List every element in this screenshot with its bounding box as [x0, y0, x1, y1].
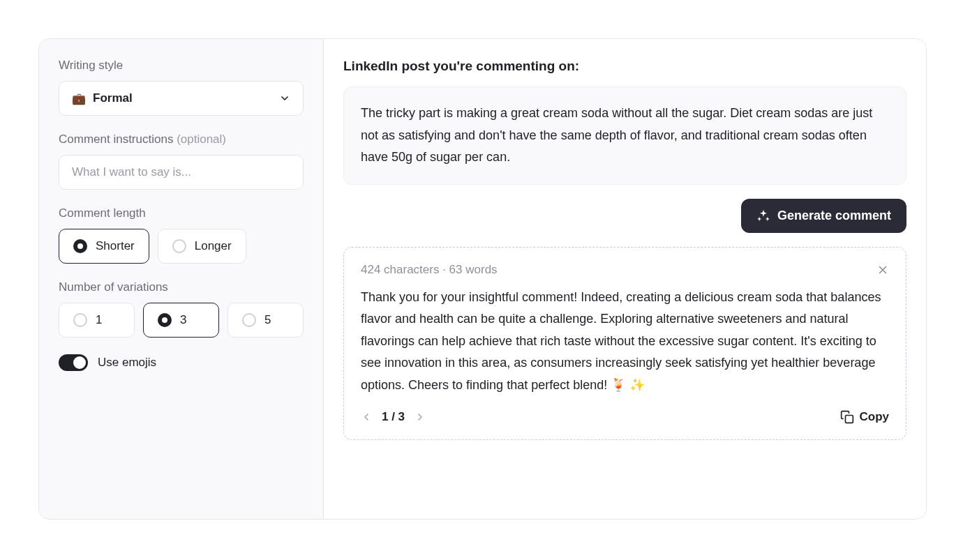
- radio-icon: [73, 239, 87, 253]
- chevron-right-icon: [415, 411, 426, 423]
- chevron-down-icon: [279, 93, 290, 104]
- emojis-toggle[interactable]: [59, 354, 88, 371]
- close-icon: [876, 264, 889, 276]
- copy-label: Copy: [860, 410, 890, 424]
- instructions-optional-text: (optional): [177, 133, 226, 146]
- variations-5-option[interactable]: 5: [227, 303, 304, 338]
- chevron-left-icon: [361, 411, 372, 423]
- result-stats: 424 characters · 63 words: [361, 263, 498, 277]
- length-label: Comment length: [59, 206, 304, 220]
- pager-text: 1 / 3: [382, 410, 405, 424]
- radio-icon: [158, 313, 172, 327]
- variations-3-option[interactable]: 3: [143, 303, 219, 338]
- generate-comment-button[interactable]: Generate comment: [741, 199, 906, 233]
- emojis-toggle-row: Use emojis: [59, 354, 304, 371]
- result-pager: 1 / 3: [361, 410, 426, 424]
- variations-1-label: 1: [96, 313, 102, 327]
- svg-rect-2: [845, 416, 853, 423]
- length-shorter-label: Shorter: [96, 239, 135, 253]
- writing-style-text: Formal: [93, 91, 133, 105]
- pager-next-button[interactable]: [415, 411, 426, 423]
- instructions-label: Comment instructions (optional): [59, 133, 304, 146]
- variations-label: Number of variations: [59, 280, 304, 294]
- app-container: Writing style 💼 Formal Comment instructi…: [38, 38, 927, 520]
- writing-style-value: 💼 Formal: [72, 91, 133, 105]
- result-box: 424 characters · 63 words Thank you for …: [343, 247, 906, 441]
- length-group: Shorter Longer: [59, 229, 304, 264]
- variations-group: 1 3 5: [59, 303, 304, 338]
- pager-prev-button[interactable]: [361, 411, 372, 423]
- main-panel: LinkedIn post you're commenting on: The …: [324, 39, 926, 519]
- briefcase-icon: 💼: [72, 92, 86, 105]
- writing-style-select[interactable]: 💼 Formal: [59, 81, 304, 116]
- instructions-input[interactable]: [59, 155, 304, 190]
- close-result-button[interactable]: [876, 264, 889, 276]
- result-text: Thank you for your insightful comment! I…: [361, 287, 889, 397]
- result-footer: 1 / 3 Copy: [361, 410, 889, 424]
- generate-row: Generate comment: [343, 199, 906, 233]
- length-longer-label: Longer: [195, 239, 232, 253]
- variations-5-label: 5: [264, 313, 271, 327]
- copy-icon: [840, 410, 854, 424]
- length-shorter-option[interactable]: Shorter: [59, 229, 149, 264]
- radio-icon: [172, 239, 186, 253]
- radio-icon: [73, 313, 87, 327]
- length-longer-option[interactable]: Longer: [158, 229, 246, 264]
- instructions-label-text: Comment instructions: [59, 133, 177, 146]
- generate-button-label: Generate comment: [777, 209, 891, 223]
- sparkles-icon: [756, 209, 770, 222]
- variations-1-option[interactable]: 1: [59, 303, 135, 338]
- emojis-label: Use emojis: [98, 356, 156, 370]
- main-title: LinkedIn post you're commenting on:: [343, 59, 906, 74]
- variations-3-label: 3: [180, 313, 186, 327]
- writing-style-label: Writing style: [59, 59, 304, 73]
- sidebar: Writing style 💼 Formal Comment instructi…: [39, 39, 324, 519]
- result-header: 424 characters · 63 words: [361, 263, 889, 277]
- radio-icon: [242, 313, 256, 327]
- copy-button[interactable]: Copy: [840, 410, 890, 424]
- linkedin-post-box: The tricky part is making a great cream …: [343, 86, 906, 185]
